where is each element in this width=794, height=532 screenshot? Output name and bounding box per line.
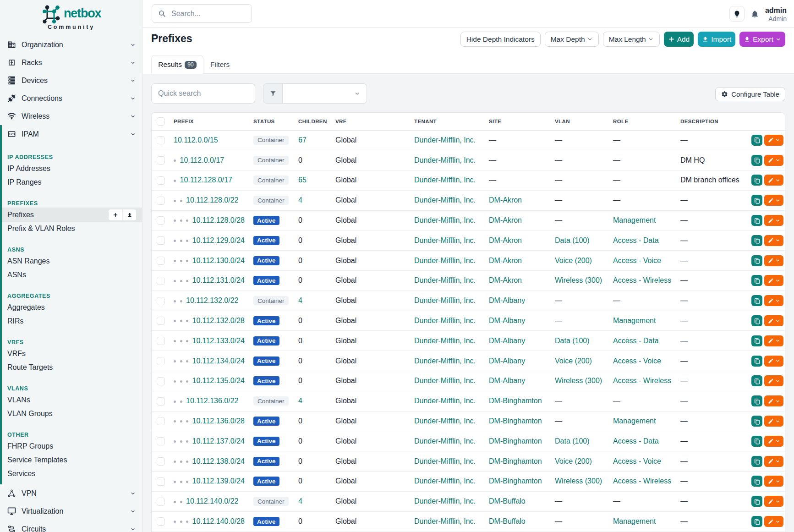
svg-text:123: 123	[9, 132, 15, 136]
